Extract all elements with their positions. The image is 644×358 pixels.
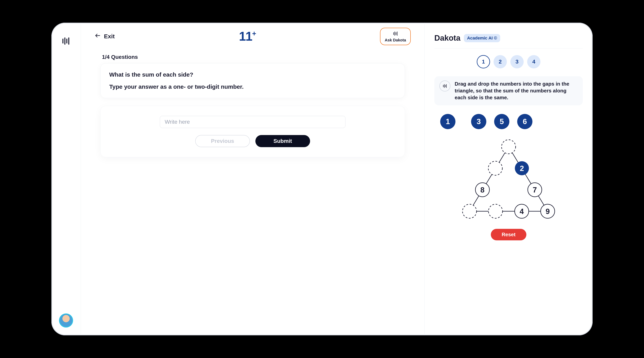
step-dot-3[interactable]: 3 <box>510 55 524 68</box>
exit-label: Exit <box>104 33 115 40</box>
node-bottom-3-value: 4 <box>520 207 524 216</box>
chip-3[interactable]: 3 <box>471 114 486 129</box>
svg-line-14 <box>508 147 548 211</box>
step-dots: 1 2 3 4 <box>434 55 583 68</box>
main-panel: Exit 11+ Ask Dakota 1/4 Questions What i… <box>81 23 424 335</box>
node-left-lower-value: 8 <box>480 186 484 194</box>
slot-bottom-left[interactable] <box>462 204 476 218</box>
app-frame: Exit 11+ Ask Dakota 1/4 Questions What i… <box>52 23 592 335</box>
dakota-name: Dakota <box>434 34 460 42</box>
previous-button[interactable]: Previous <box>195 135 250 147</box>
question-subtext: Type your answer as a one- or two-digit … <box>109 84 396 90</box>
dakota-header: Dakota Academic AI © <box>434 34 583 48</box>
chip-5[interactable]: 5 <box>494 114 510 129</box>
slot-bottom-2[interactable] <box>488 204 502 218</box>
submit-button[interactable]: Submit <box>255 135 310 147</box>
reset-button[interactable]: Reset <box>491 229 526 240</box>
arrow-left-icon <box>94 32 101 40</box>
page-title: 11+ <box>239 29 256 44</box>
user-avatar[interactable] <box>59 314 73 328</box>
chip-1[interactable]: 1 <box>440 114 456 129</box>
step-dot-4[interactable]: 4 <box>527 55 540 68</box>
question-text: What is the sum of each side? <box>109 71 396 78</box>
button-row: Previous Submit <box>195 135 310 147</box>
step-dot-2[interactable]: 2 <box>494 55 507 68</box>
slot-left-upper[interactable] <box>488 161 502 175</box>
question-card: What is the sum of each side? Type your … <box>100 63 405 98</box>
dakota-icon <box>392 30 398 38</box>
slot-apex[interactable] <box>502 140 516 154</box>
question-area: 1/4 Questions What is the sum of each si… <box>81 50 424 157</box>
left-rail <box>52 23 81 335</box>
dakota-badge: Academic AI © <box>464 34 500 42</box>
triangle-svg: 2 8 7 4 9 <box>458 137 560 223</box>
ask-dakota-label: Ask Dakota <box>385 38 406 42</box>
slot-right-upper-value: 2 <box>520 164 524 172</box>
dakota-small-icon <box>440 80 450 92</box>
node-right-lower-value: 7 <box>533 186 537 194</box>
dakota-panel: Dakota Academic AI © 1 2 3 4 Drag and dr… <box>424 23 592 335</box>
svg-line-13 <box>470 147 508 211</box>
title-plus: + <box>252 30 256 38</box>
node-bottom-right-value: 9 <box>546 207 550 216</box>
ask-dakota-button[interactable]: Ask Dakota <box>380 28 411 45</box>
exit-button[interactable]: Exit <box>94 32 115 40</box>
question-counter: 1/4 Questions <box>102 54 405 60</box>
answer-input[interactable] <box>160 116 346 128</box>
brand-logo-icon <box>61 36 71 46</box>
instruction-bubble: Drag and drop the numbers into the gaps … <box>434 76 583 105</box>
chip-6[interactable]: 6 <box>517 114 532 129</box>
triangle-area[interactable]: 2 8 7 4 9 <box>434 137 583 223</box>
answer-card: Previous Submit <box>100 106 405 157</box>
topbar: Exit 11+ Ask Dakota <box>81 23 424 50</box>
instruction-text: Drag and drop the numbers into the gaps … <box>455 80 578 101</box>
chip-cluster: 3 5 6 <box>471 114 532 129</box>
number-pool: 1 3 5 6 <box>440 114 583 129</box>
title-number: 11 <box>239 29 252 44</box>
step-dot-1[interactable]: 1 <box>477 55 490 68</box>
